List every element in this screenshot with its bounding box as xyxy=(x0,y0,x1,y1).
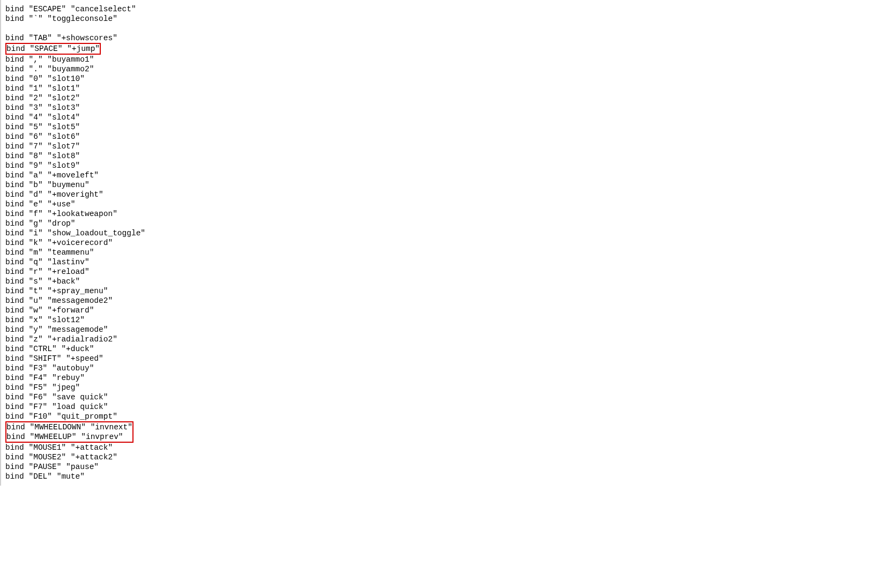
config-line: bind "q" "lastinv" xyxy=(5,257,871,267)
config-line: bind "i" "show_loadout_toggle" xyxy=(5,228,871,238)
config-line: bind "F5" "jpeg" xyxy=(5,383,871,392)
config-line: bind "MOUSE2" "+attack2" xyxy=(5,452,871,462)
config-line: bind "0" "slot10" xyxy=(5,74,871,84)
config-line: bind "g" "drop" xyxy=(5,219,871,228)
config-line: bind "2" "slot2" xyxy=(5,93,871,103)
config-line: bind "F3" "autobuy" xyxy=(5,363,871,373)
config-line: bind "f" "+lookatweapon" xyxy=(5,209,871,219)
config-line: bind "F6" "save quick" xyxy=(5,392,871,402)
config-line: bind "w" "+forward" xyxy=(5,306,871,315)
config-line: bind "MWHEELUP" "invprev" xyxy=(6,432,132,442)
config-line: bind "a" "+moveleft" xyxy=(5,170,871,180)
config-line: bind "`" "toggleconsole" xyxy=(5,14,871,24)
config-line: bind "8" "slot8" xyxy=(5,151,871,161)
config-line: bind "k" "+voicerecord" xyxy=(5,238,871,248)
config-line xyxy=(5,24,871,33)
config-line: bind "e" "+use" xyxy=(5,199,871,209)
config-line: bind "SHIFT" "+speed" xyxy=(5,354,871,363)
config-line: bind "3" "slot3" xyxy=(5,103,871,113)
config-line: bind "TAB" "+showscores" xyxy=(5,33,871,43)
config-line: bind "MWHEELDOWN" "invnext" xyxy=(6,422,132,432)
config-line: bind "ESCAPE" "cancelselect" xyxy=(5,4,871,14)
config-line: bind "s" "+back" xyxy=(5,277,871,286)
config-line: bind "7" "slot7" xyxy=(5,142,871,151)
config-line: bind "b" "buymenu" xyxy=(5,180,871,190)
config-line: bind "t" "+spray_menu" xyxy=(5,286,871,296)
config-line: bind "4" "slot4" xyxy=(5,113,871,122)
config-line: bind "d" "+moveright" xyxy=(5,190,871,199)
config-line: bind "9" "slot9" xyxy=(5,161,871,170)
highlight-box: bind "SPACE" "+jump" xyxy=(5,43,101,55)
config-line: bind "y" "messagemode" xyxy=(5,325,871,334)
config-line: bind "F4" "rebuy" xyxy=(5,373,871,383)
config-line: bind "PAUSE" "pause" xyxy=(5,462,871,472)
config-line: bind "u" "messagemode2" xyxy=(5,296,871,306)
config-line: bind "," "buyammo1" xyxy=(5,55,871,64)
config-line: bind "6" "slot6" xyxy=(5,132,871,142)
config-line: bind "F10" "quit_prompt" xyxy=(5,412,871,421)
config-line: bind "DEL" "mute" xyxy=(5,472,871,481)
config-line: bind "m" "teammenu" xyxy=(5,248,871,257)
config-line: bind "F7" "load quick" xyxy=(5,402,871,412)
config-line: bind "z" "+radialradio2" xyxy=(5,334,871,344)
config-line: bind "MOUSE1" "+attack" xyxy=(5,443,871,452)
config-line: bind "." "buyammo2" xyxy=(5,64,871,74)
highlight-box: bind "MWHEELDOWN" "invnext"bind "MWHEELU… xyxy=(5,421,134,443)
config-line: bind "CTRL" "+duck" xyxy=(5,344,871,354)
config-line: bind "1" "slot1" xyxy=(5,84,871,93)
config-text: bind "ESCAPE" "cancelselect"bind "`" "to… xyxy=(5,4,871,481)
config-line: bind "r" "+reload" xyxy=(5,267,871,277)
config-line: bind "x" "slot12" xyxy=(5,315,871,325)
config-line: bind "5" "slot5" xyxy=(5,122,871,132)
